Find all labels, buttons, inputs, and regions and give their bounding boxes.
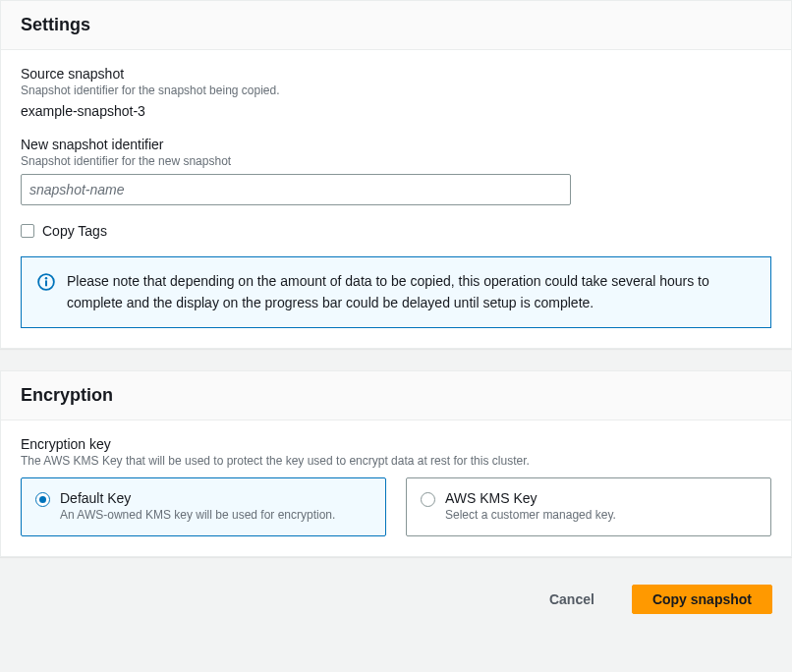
encryption-key-desc: The AWS KMS Key that will be used to pro… — [21, 454, 771, 468]
copy-tags-label: Copy Tags — [42, 223, 107, 239]
copy-tags-row[interactable]: Copy Tags — [21, 223, 771, 239]
radio-kms-title: AWS KMS Key — [445, 490, 616, 506]
radio-kms[interactable] — [421, 492, 435, 507]
encryption-key-label: Encryption key — [21, 436, 771, 452]
copy-snapshot-button[interactable]: Copy snapshot — [632, 585, 772, 614]
encryption-header: Encryption — [1, 371, 791, 420]
footer-actions: Cancel Copy snapshot — [0, 579, 792, 616]
svg-rect-2 — [45, 280, 47, 286]
info-icon — [37, 273, 55, 291]
radio-default-desc: An AWS-owned KMS key will be used for en… — [60, 508, 335, 522]
svg-point-1 — [45, 277, 47, 279]
radio-default-dot — [39, 496, 46, 503]
radio-default[interactable] — [35, 492, 50, 507]
source-snapshot-value: example-snapshot-3 — [21, 103, 771, 119]
cancel-button[interactable]: Cancel — [530, 586, 614, 613]
new-snapshot-desc: Snapshot identifier for the new snapshot — [21, 154, 771, 168]
source-snapshot-desc: Snapshot identifier for the snapshot bei… — [21, 84, 771, 97]
settings-panel: Settings Source snapshot Snapshot identi… — [0, 0, 792, 349]
radio-default-content: Default Key An AWS-owned KMS key will be… — [60, 490, 335, 522]
encryption-option-default[interactable]: Default Key An AWS-owned KMS key will be… — [21, 477, 386, 536]
source-snapshot-label: Source snapshot — [21, 66, 771, 82]
encryption-panel: Encryption Encryption key The AWS KMS Ke… — [0, 370, 792, 557]
encryption-options: Default Key An AWS-owned KMS key will be… — [21, 477, 771, 536]
info-text: Please note that depending on the amount… — [67, 271, 755, 313]
new-snapshot-input[interactable] — [21, 174, 571, 205]
new-snapshot-field: New snapshot identifier Snapshot identif… — [21, 137, 771, 205]
radio-kms-desc: Select a customer managed key. — [445, 508, 616, 522]
settings-body: Source snapshot Snapshot identifier for … — [1, 50, 791, 348]
copy-tags-checkbox[interactable] — [21, 224, 34, 238]
info-alert: Please note that depending on the amount… — [21, 256, 771, 328]
new-snapshot-label: New snapshot identifier — [21, 137, 771, 152]
encryption-option-kms[interactable]: AWS KMS Key Select a customer managed ke… — [406, 477, 771, 536]
radio-default-title: Default Key — [60, 490, 335, 506]
settings-header: Settings — [1, 1, 791, 50]
source-snapshot-field: Source snapshot Snapshot identifier for … — [21, 66, 771, 119]
radio-kms-content: AWS KMS Key Select a customer managed ke… — [445, 490, 616, 522]
settings-title: Settings — [21, 15, 771, 35]
encryption-body: Encryption key The AWS KMS Key that will… — [1, 420, 791, 556]
encryption-title: Encryption — [21, 385, 771, 406]
